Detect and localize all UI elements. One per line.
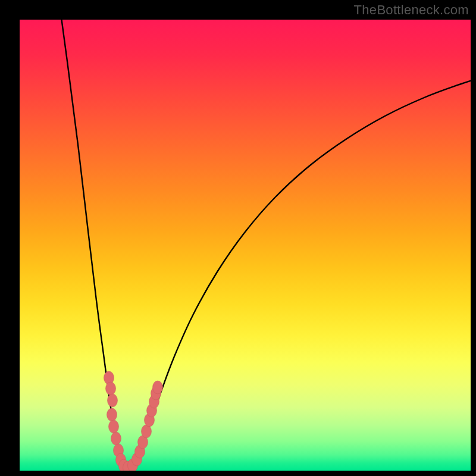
data-marker bbox=[107, 408, 117, 421]
curve-right-branch bbox=[127, 75, 471, 469]
curve-layer bbox=[20, 20, 471, 471]
data-marker bbox=[109, 420, 119, 433]
data-marker bbox=[106, 382, 116, 395]
watermark-text: TheBottleneck.com bbox=[354, 2, 469, 18]
plot-area bbox=[20, 20, 471, 471]
data-marker bbox=[108, 394, 118, 407]
marker-cluster bbox=[104, 371, 163, 471]
data-marker bbox=[142, 425, 152, 438]
data-marker bbox=[111, 432, 121, 445]
data-marker bbox=[153, 381, 163, 394]
chart-frame: TheBottleneck.com bbox=[0, 0, 476, 476]
